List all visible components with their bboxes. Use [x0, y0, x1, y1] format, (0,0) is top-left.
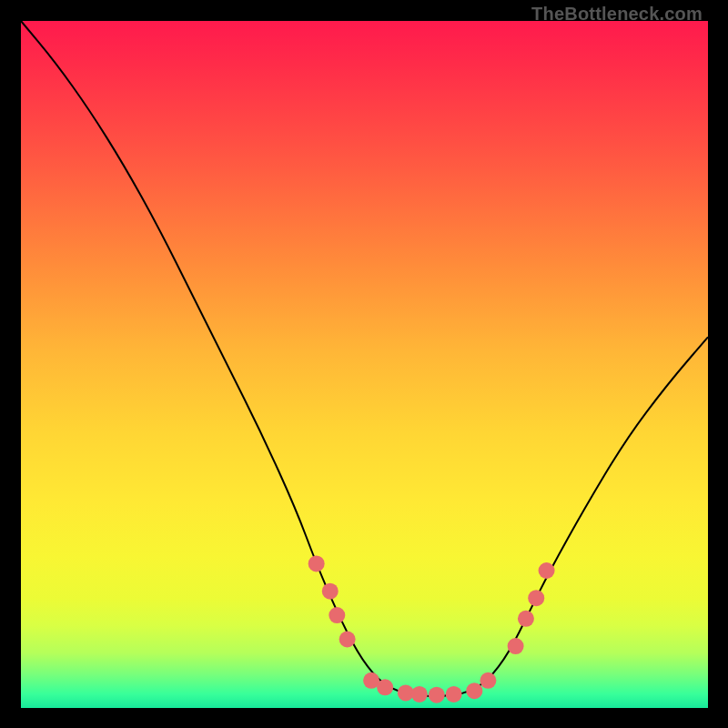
- curve-marker: [339, 632, 356, 648]
- curve-marker: [528, 590, 544, 606]
- curve-marker: [539, 562, 555, 579]
- curve-marker: [322, 583, 339, 600]
- curve-marker: [329, 607, 345, 623]
- curve-marker: [377, 679, 393, 695]
- curve-marker: [466, 682, 482, 699]
- curve-marker: [429, 687, 445, 703]
- curve-marker: [508, 638, 524, 654]
- curve-marker: [480, 672, 496, 689]
- bottleneck-curve: [21, 21, 708, 696]
- curve-marker: [308, 555, 325, 571]
- chart-plot: [21, 21, 708, 708]
- curve-marker: [518, 611, 534, 627]
- curve-marker: [446, 686, 462, 703]
- curve-marker: [411, 686, 428, 703]
